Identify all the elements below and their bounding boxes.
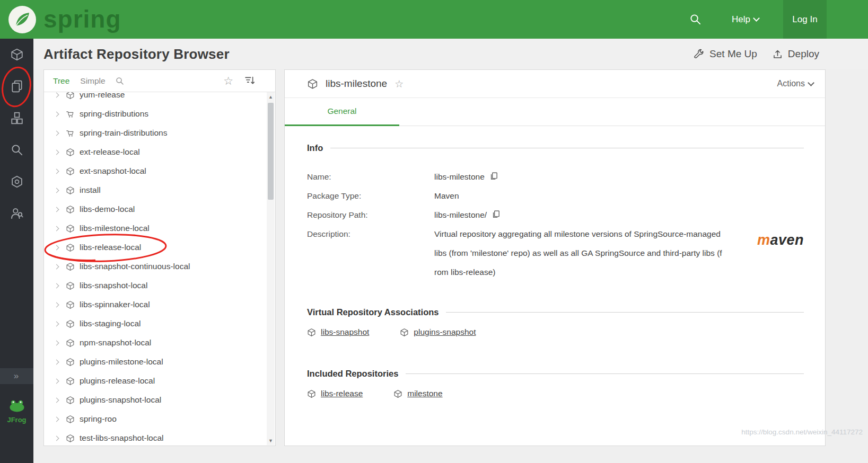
sidebar: » JFrog bbox=[0, 39, 33, 463]
expand-chevron-icon[interactable] bbox=[54, 226, 59, 231]
detail-tabs: General bbox=[285, 98, 825, 126]
scroll-up-icon[interactable]: ▲ bbox=[267, 92, 275, 101]
expand-chevron-icon[interactable] bbox=[54, 168, 59, 174]
expand-chevron-icon[interactable] bbox=[54, 340, 59, 345]
tree-item-libs-spinnaker-local[interactable]: libs-spinnaker-local bbox=[44, 295, 267, 314]
expand-chevron-icon[interactable] bbox=[54, 264, 59, 269]
sidebar-item-builds[interactable] bbox=[0, 166, 33, 198]
expand-chevron-icon[interactable] bbox=[54, 92, 59, 97]
included-repositories-list: libs-release milestone bbox=[307, 389, 804, 398]
repo-link-libs-release[interactable]: libs-release bbox=[307, 389, 363, 398]
copy-icon[interactable] bbox=[492, 210, 501, 219]
set-me-up-button[interactable]: Set Me Up bbox=[693, 48, 757, 60]
sidebar-expand-button[interactable]: » bbox=[0, 368, 33, 384]
heading-rule bbox=[330, 148, 804, 148]
tree-item-libs-snapshot-continuous-local[interactable]: libs-snapshot-continuous-local bbox=[44, 257, 267, 276]
maven-package-logo: maven bbox=[757, 232, 804, 248]
filter-icon[interactable] bbox=[244, 75, 255, 86]
tree-list-viewport: yum-release spring-distributions bbox=[44, 92, 267, 445]
tree-item-libs-snapshot-local[interactable]: libs-snapshot-local bbox=[44, 276, 267, 295]
tab-tree[interactable]: Tree bbox=[53, 76, 69, 86]
expand-chevron-icon[interactable] bbox=[54, 435, 59, 441]
sidebar-item-search[interactable] bbox=[0, 134, 33, 166]
repository-cube-icon bbox=[66, 205, 75, 214]
tree-item-yum-release[interactable]: yum-release bbox=[44, 92, 267, 104]
tab-general[interactable]: General bbox=[285, 98, 399, 126]
actions-menu[interactable]: Actions bbox=[777, 79, 813, 88]
tree-item-libs-demo-local[interactable]: libs-demo-local bbox=[44, 200, 267, 219]
info-row-repo-path: Repository Path: libs-milestone/ bbox=[307, 206, 804, 225]
tree-item-spring-roo[interactable]: spring-roo bbox=[44, 409, 267, 429]
tree-item-label: spring-roo bbox=[80, 414, 117, 424]
tree-item-plugins-release-local[interactable]: plugins-release-local bbox=[44, 371, 267, 390]
watermark-text: https://blog.csdn.net/weixin_44117272 bbox=[741, 428, 863, 436]
sidebar-item-admin[interactable] bbox=[0, 198, 33, 229]
detail-panel: libs-milestone ☆ Actions General Info Na… bbox=[284, 69, 826, 446]
repository-cube-icon bbox=[400, 328, 409, 337]
expand-chevron-icon[interactable] bbox=[54, 378, 59, 384]
tree-item-libs-release-local[interactable]: libs-release-local bbox=[44, 238, 267, 257]
expand-chevron-icon[interactable] bbox=[54, 188, 59, 193]
tree-item-spring-distributions[interactable]: spring-distributions bbox=[44, 104, 267, 123]
sidebar-item-packages[interactable] bbox=[0, 102, 33, 134]
repository-cube-icon bbox=[66, 281, 75, 290]
scroll-down-icon[interactable]: ▼ bbox=[267, 436, 275, 445]
favorites-star-icon[interactable]: ☆ bbox=[223, 75, 233, 86]
detail-header: libs-milestone ☆ Actions bbox=[285, 70, 825, 98]
search-icon[interactable] bbox=[115, 76, 125, 86]
repo-link-plugins-snapshot[interactable]: plugins-snapshot bbox=[400, 327, 476, 337]
repository-cube-icon bbox=[66, 415, 75, 424]
expand-chevron-icon[interactable] bbox=[54, 283, 59, 288]
tree-item-ext-snapshot-local[interactable]: ext-snapshot-local bbox=[44, 162, 267, 181]
tree-item-label: libs-snapshot-local bbox=[80, 281, 147, 290]
deploy-button[interactable]: Deploy bbox=[772, 48, 819, 60]
expand-chevron-icon[interactable] bbox=[54, 416, 59, 422]
actions-label: Actions bbox=[777, 79, 805, 88]
tree-item-label: install bbox=[80, 185, 101, 195]
help-menu[interactable]: Help bbox=[732, 14, 759, 25]
included-repositories-heading: Included Repositories bbox=[307, 368, 804, 379]
expand-chevron-icon[interactable] bbox=[54, 302, 59, 307]
repository-cube-icon bbox=[66, 396, 75, 405]
repository-cube-icon bbox=[66, 319, 75, 328]
sidebar-item-artifacts[interactable] bbox=[0, 70, 33, 102]
expand-chevron-icon[interactable] bbox=[54, 359, 59, 364]
expand-chevron-icon[interactable] bbox=[54, 130, 59, 136]
expand-chevron-icon[interactable] bbox=[54, 149, 59, 155]
sidebar-item-home[interactable] bbox=[0, 39, 33, 70]
repository-cube-icon bbox=[66, 377, 75, 386]
tree-item-install[interactable]: install bbox=[44, 181, 267, 200]
expand-chevron-icon[interactable] bbox=[54, 321, 59, 326]
repo-path-label: Repository Path: bbox=[307, 206, 434, 225]
tab-simple[interactable]: Simple bbox=[80, 76, 105, 86]
expand-chevron-icon[interactable] bbox=[54, 397, 59, 403]
tree-item-test-libs-snapshot-local[interactable]: test-libs-snapshot-local bbox=[44, 429, 267, 445]
tree-scrollbar[interactable]: ▲ ▼ bbox=[267, 92, 275, 445]
repository-cube-icon bbox=[66, 434, 75, 443]
tree-item-ext-release-local[interactable]: ext-release-local bbox=[44, 143, 267, 162]
copy-icon[interactable] bbox=[489, 172, 498, 181]
tree-item-plugins-milestone-local[interactable]: plugins-milestone-local bbox=[44, 352, 267, 371]
help-label: Help bbox=[732, 14, 750, 25]
tree-item-plugins-snapshot-local[interactable]: plugins-snapshot-local bbox=[44, 390, 267, 409]
repo-path-value: libs-milestone/ bbox=[434, 206, 487, 225]
jfrog-logo: JFrog bbox=[0, 399, 33, 424]
tree-item-label: ext-release-local bbox=[80, 147, 140, 157]
info-section-heading: Info bbox=[307, 142, 804, 154]
tree-item-libs-staging-local[interactable]: libs-staging-local bbox=[44, 314, 267, 333]
favorite-star-icon[interactable]: ☆ bbox=[394, 79, 404, 89]
repo-link-libs-snapshot[interactable]: libs-snapshot bbox=[307, 327, 369, 337]
search-icon[interactable] bbox=[688, 13, 702, 25]
tree-item-libs-milestone-local[interactable]: libs-milestone-local bbox=[44, 219, 267, 238]
tree-item-npm-snapshot-local[interactable]: npm-snapshot-local bbox=[44, 333, 267, 352]
expand-chevron-icon[interactable] bbox=[54, 207, 59, 212]
expand-chevron-icon[interactable] bbox=[54, 111, 59, 117]
upload-icon bbox=[772, 49, 783, 60]
spring-logo[interactable]: spring bbox=[8, 0, 121, 39]
deploy-label: Deploy bbox=[788, 48, 819, 60]
expand-chevron-icon[interactable] bbox=[54, 245, 59, 250]
login-button[interactable]: Log In bbox=[783, 0, 827, 39]
repo-link-milestone[interactable]: milestone bbox=[393, 389, 442, 398]
scrollbar-thumb[interactable] bbox=[268, 103, 274, 200]
tree-item-spring-train-distributions[interactable]: spring-train-distributions bbox=[44, 123, 267, 143]
